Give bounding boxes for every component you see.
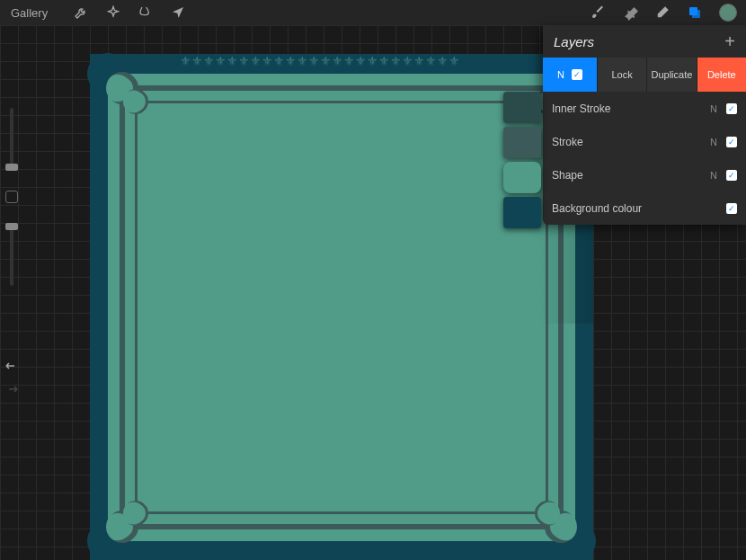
left-tool-group (73, 4, 186, 21)
layer-row[interactable]: Inner Stroke N ✓ (543, 92, 746, 125)
layer-blend: N (710, 103, 717, 114)
undo-redo-group (4, 360, 20, 399)
check-icon: ✓ (572, 69, 582, 80)
right-tool-group (590, 4, 737, 22)
smudge-icon[interactable] (622, 4, 638, 21)
visibility-checkbox[interactable]: ✓ (726, 137, 737, 147)
layer-thumb[interactable] (503, 127, 541, 158)
add-layer-button[interactable]: + (724, 31, 735, 52)
transform-icon[interactable] (170, 4, 186, 21)
blend-letter: N (557, 69, 564, 80)
layer-name: Background colour (552, 202, 708, 215)
layer-thumbnails (503, 92, 541, 228)
duplicate-button[interactable]: Duplicate (647, 58, 697, 92)
left-sidebar (5, 108, 18, 286)
visibility-checkbox[interactable]: ✓ (726, 170, 737, 181)
visibility-checkbox[interactable]: ✓ (726, 103, 737, 114)
gallery-button[interactable]: Gallery (0, 6, 58, 20)
layer-name: Stroke (552, 136, 701, 148)
inner-stroke-layer (135, 101, 548, 514)
layer-row[interactable]: Background colour ✓ (543, 191, 746, 225)
lock-button[interactable]: Lock (598, 58, 647, 92)
layer-blend: N (710, 170, 717, 181)
brush-icon[interactable] (590, 4, 606, 21)
visibility-checkbox[interactable]: ✓ (726, 203, 737, 214)
eraser-icon[interactable] (654, 4, 671, 21)
fleur-border: ⚜⚜⚜⚜⚜⚜⚜⚜⚜⚜⚜⚜⚜⚜⚜⚜⚜⚜⚜⚜⚜⚜⚜⚜ (180, 54, 575, 70)
layer-blend: N (710, 137, 717, 147)
selection-icon[interactable] (138, 4, 154, 21)
blend-mode-button[interactable]: N ✓ (543, 58, 598, 92)
undo-button[interactable] (4, 360, 20, 376)
layer-thumb[interactable] (503, 197, 541, 228)
top-toolbar: Gallery (0, 0, 746, 25)
layer-row[interactable]: Stroke N ✓ (543, 125, 746, 158)
layers-icon[interactable] (687, 4, 703, 21)
layer-row[interactable]: Shape N ✓ (543, 158, 746, 191)
redo-button[interactable] (4, 383, 20, 399)
layers-title: Layers (554, 34, 594, 49)
color-picker[interactable] (719, 4, 737, 22)
layer-thumb[interactable] (503, 162, 541, 193)
layer-thumb[interactable] (503, 92, 541, 123)
layer-options: N ✓ Lock Duplicate Delete (543, 58, 746, 92)
svg-rect-1 (692, 10, 700, 18)
opacity-slider[interactable] (10, 223, 13, 286)
delete-button[interactable]: Delete (697, 58, 746, 92)
layer-name: Inner Stroke (552, 102, 701, 115)
modifier-button[interactable] (5, 191, 18, 203)
adjustments-icon[interactable] (105, 4, 121, 21)
layer-name: Shape (552, 169, 701, 182)
layers-panel: Layers + N ✓ Lock Duplicate Delete Inner… (543, 25, 746, 225)
layers-header: Layers + (543, 25, 746, 58)
wrench-icon[interactable] (73, 4, 89, 21)
brush-size-slider[interactable] (10, 108, 13, 171)
